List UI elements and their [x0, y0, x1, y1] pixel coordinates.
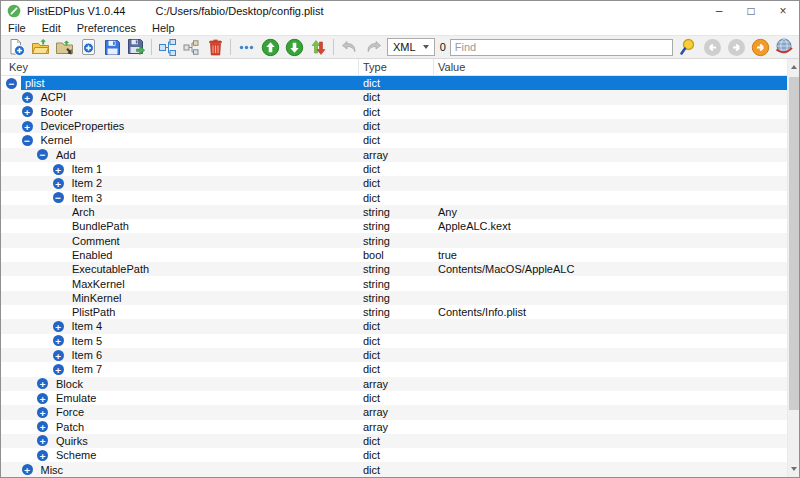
tree-row[interactable]: BundlePath string AppleALC.kext: [1, 219, 787, 233]
tree-row[interactable]: − Add array: [1, 148, 787, 162]
tree-row[interactable]: PlistPath string Contents/Info.plist: [1, 305, 787, 319]
expander-icon[interactable]: +: [53, 335, 64, 346]
find-next-button[interactable]: [724, 36, 748, 58]
expander-icon[interactable]: +: [22, 121, 33, 132]
sort-button[interactable]: [306, 36, 330, 58]
row-branch: [1, 219, 68, 233]
more-options-button[interactable]: [234, 36, 258, 58]
vertical-scrollbar[interactable]: [787, 59, 799, 477]
undo-icon: [340, 38, 359, 57]
tree-row[interactable]: + Block array: [1, 377, 787, 391]
save-button[interactable]: [100, 36, 124, 58]
row-branch: +: [1, 362, 68, 376]
tree-row[interactable]: − plist dict: [1, 76, 787, 90]
expander-icon[interactable]: +: [37, 450, 48, 461]
expander-icon[interactable]: +: [22, 464, 33, 475]
type-cell: dict: [359, 192, 434, 204]
expander-icon[interactable]: −: [53, 192, 64, 203]
tree-row[interactable]: − Kernel dict: [1, 133, 787, 147]
web-help-button[interactable]: [772, 36, 796, 58]
maximize-button[interactable]: □: [735, 1, 767, 21]
tree-row[interactable]: + Booter dict: [1, 105, 787, 119]
scroll-up-arrow[interactable]: [788, 60, 799, 74]
minimize-button[interactable]: –: [703, 1, 735, 21]
search-button[interactable]: [676, 36, 700, 58]
expander-icon[interactable]: −: [6, 78, 17, 89]
find-input[interactable]: [450, 39, 673, 56]
tree-row[interactable]: ExecutablePath string Contents/MacOS/App…: [1, 262, 787, 276]
expander-icon[interactable]: +: [22, 92, 33, 103]
value-cell: true: [434, 249, 787, 261]
tree-row[interactable]: + Item 6 dict: [1, 348, 787, 362]
row-content: plist dict: [21, 76, 787, 90]
expander-icon[interactable]: +: [37, 435, 48, 446]
tree-row[interactable]: + Patch array: [1, 420, 787, 434]
type-cell: dict: [359, 449, 434, 461]
close-button[interactable]: ×: [767, 1, 799, 21]
format-selector[interactable]: XML: [387, 38, 435, 56]
tree-row[interactable]: − Item 3 dict: [1, 191, 787, 205]
delete-button[interactable]: [203, 36, 227, 58]
expander-icon[interactable]: +: [22, 106, 33, 117]
tree-row[interactable]: Arch string Any: [1, 205, 787, 219]
expander-icon[interactable]: +: [37, 407, 48, 418]
open-file-button[interactable]: [28, 36, 52, 58]
tree-row[interactable]: + Misc dict: [1, 462, 787, 476]
table-header: Key Type Value: [1, 59, 799, 76]
expander-icon[interactable]: +: [53, 350, 64, 361]
tree-row[interactable]: + Item 4 dict: [1, 319, 787, 333]
file-plus-button[interactable]: [76, 36, 100, 58]
scroll-thumb[interactable]: [789, 77, 799, 410]
redo-button[interactable]: [361, 36, 385, 58]
expander-icon[interactable]: +: [53, 364, 64, 375]
type-cell: dict: [359, 392, 434, 404]
tree-row[interactable]: Comment string: [1, 233, 787, 247]
import-folder-button[interactable]: [52, 36, 76, 58]
tree-row[interactable]: + Scheme dict: [1, 448, 787, 462]
tree-row[interactable]: + Force array: [1, 405, 787, 419]
expander-icon[interactable]: +: [37, 393, 48, 404]
undo-button[interactable]: [337, 36, 361, 58]
expander-icon[interactable]: +: [53, 321, 64, 332]
row-content: Item 2 dict: [68, 176, 788, 190]
column-header-key[interactable]: Key: [1, 59, 359, 75]
folder-arrow-icon: [55, 38, 74, 57]
menu-help[interactable]: Help: [144, 21, 183, 35]
collapse-all-button[interactable]: [179, 36, 203, 58]
menu-preferences[interactable]: Preferences: [69, 21, 144, 35]
tree-row[interactable]: + DeviceProperties dict: [1, 119, 787, 133]
move-up-button[interactable]: [258, 36, 282, 58]
tree-row[interactable]: + Quirks dict: [1, 434, 787, 448]
toolbar: XML 0: [1, 35, 799, 59]
move-down-button[interactable]: [282, 36, 306, 58]
find-previous-button[interactable]: [700, 36, 724, 58]
expander-icon[interactable]: +: [37, 421, 48, 432]
tree-row[interactable]: + Item 2 dict: [1, 176, 787, 190]
tree-row[interactable]: MinKernel string: [1, 291, 787, 305]
tree-row[interactable]: Enabled bool true: [1, 248, 787, 262]
tree-row[interactable]: + Item 1 dict: [1, 162, 787, 176]
expand-all-button[interactable]: [155, 36, 179, 58]
row-content: MinKernel string: [68, 291, 787, 305]
tree-row[interactable]: + Emulate dict: [1, 391, 787, 405]
row-content: Patch array: [52, 420, 787, 434]
scroll-down-arrow[interactable]: [788, 462, 799, 476]
column-header-value[interactable]: Value: [434, 59, 787, 75]
tree-row[interactable]: + Item 7 dict: [1, 362, 787, 376]
tree-row[interactable]: MaxKernel string: [1, 276, 787, 290]
new-file-button[interactable]: [4, 36, 28, 58]
tree-row[interactable]: + Item 5 dict: [1, 334, 787, 348]
find-go-button[interactable]: [748, 36, 772, 58]
column-header-type[interactable]: Type: [359, 59, 434, 75]
expander-icon[interactable]: +: [37, 378, 48, 389]
key-cell: ACPI: [37, 91, 360, 103]
tree-row[interactable]: + ACPI dict: [1, 90, 787, 104]
save-as-button[interactable]: [124, 36, 148, 58]
expander-icon[interactable]: −: [37, 149, 48, 160]
menu-edit[interactable]: Edit: [34, 21, 69, 35]
row-branch: +: [1, 448, 52, 462]
expander-icon[interactable]: −: [22, 135, 33, 146]
expander-icon[interactable]: +: [53, 164, 64, 175]
expander-icon[interactable]: +: [53, 178, 64, 189]
menu-file[interactable]: File: [1, 21, 34, 35]
